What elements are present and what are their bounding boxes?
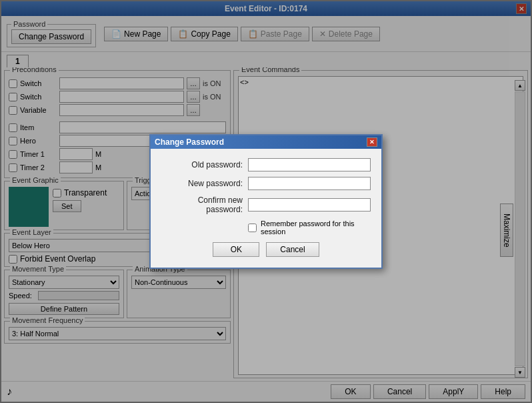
new-password-row: New password:: [161, 177, 371, 190]
new-password-input[interactable]: [248, 177, 371, 190]
remember-password-checkbox[interactable]: [248, 224, 257, 232]
old-password-row: Old password:: [161, 158, 371, 171]
confirm-password-input[interactable]: [248, 198, 371, 212]
old-password-label: Old password:: [161, 160, 248, 169]
remember-password-label: Remember password for this session: [261, 220, 371, 236]
modal-title: Change Password: [155, 137, 224, 147]
modal-titlebar: Change Password ✕: [151, 135, 381, 149]
change-password-dialog: Change Password ✕ Old password: New pass…: [149, 134, 383, 269]
modal-buttons: OK Cancel: [161, 242, 371, 260]
old-password-input[interactable]: [248, 158, 371, 171]
modal-overlay: Change Password ✕ Old password: New pass…: [0, 0, 532, 403]
confirm-password-label: Confirm new password:: [161, 195, 248, 214]
new-password-label: New password:: [161, 179, 248, 188]
modal-body: Old password: New password: Confirm new …: [151, 149, 381, 268]
remember-password-row: Remember password for this session: [161, 220, 371, 236]
confirm-password-row: Confirm new password:: [161, 195, 371, 214]
modal-cancel-button[interactable]: Cancel: [266, 242, 319, 257]
modal-close-button[interactable]: ✕: [367, 137, 377, 147]
modal-ok-button[interactable]: OK: [213, 242, 259, 257]
